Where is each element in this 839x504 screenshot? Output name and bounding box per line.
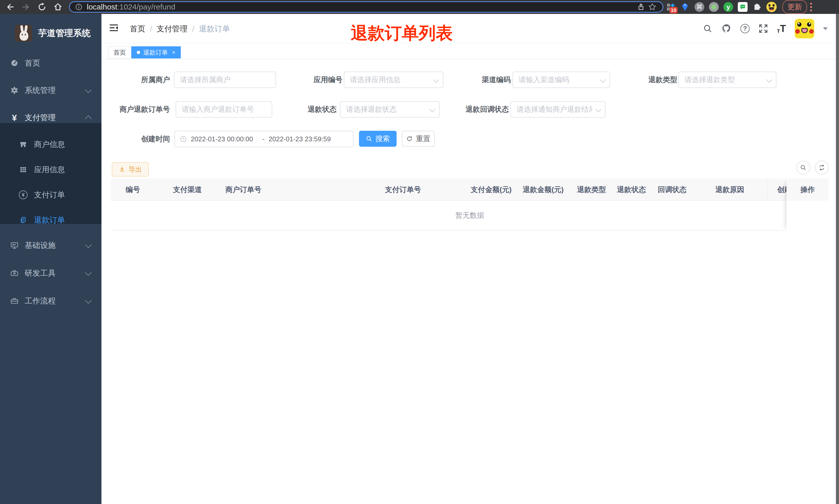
extension-y-icon[interactable]: y (721, 1, 735, 13)
breadcrumb-separator: / (192, 25, 194, 34)
search-button[interactable]: 搜索 (359, 131, 397, 147)
pay-submenu: 商户信息 应用信息 ¥ 支付订单 退款订单 (0, 123, 102, 224)
browser-forward-icon[interactable] (20, 1, 32, 13)
app-logo-rabbit (15, 25, 32, 42)
refresh-table-button[interactable] (815, 161, 829, 175)
tab-refund-order[interactable]: 退款订单 × (131, 46, 181, 58)
sidebar-item-infra[interactable]: 基础设施 (0, 237, 102, 254)
chevron-down-icon (766, 77, 772, 83)
fullscreen-icon[interactable] (758, 24, 768, 34)
browser-reload-icon[interactable] (36, 1, 48, 13)
tab-close-icon[interactable]: × (172, 50, 175, 55)
extension-command-icon[interactable]: ⌘ (692, 1, 707, 13)
merchant-select[interactable]: 请选择所属商户 (174, 72, 276, 88)
sidebar-item-workflow[interactable]: 工作流程 (0, 292, 102, 309)
sidebar-item-home[interactable]: 首页 (0, 55, 102, 72)
fixed-action-column: 操作 (786, 179, 829, 231)
top-navbar: 首页 / 支付管理 / 退款订单 退款订单列表 ? тT (102, 14, 839, 43)
dashboard-icon (9, 59, 20, 68)
avatar-caret-icon[interactable] (823, 27, 828, 30)
column-header-refund-amount: 退款金额(元) (523, 179, 564, 201)
bookmark-star-icon[interactable] (647, 2, 658, 12)
refresh-icon (406, 136, 413, 142)
app-logo-row[interactable]: 芋道管理系统 (0, 19, 102, 47)
extension-emoji-icon[interactable] (764, 1, 779, 13)
create-time-range-picker[interactable]: 2022-01-23 00:00:00 - 2022-01-23 23:59:5… (174, 131, 354, 147)
chevron-down-icon (85, 269, 91, 276)
merchant-refund-no-input[interactable]: 请输入商户退款订单号 (176, 101, 272, 118)
user-avatar[interactable] (795, 19, 814, 38)
url-path: :1024/pay/refund (117, 3, 175, 11)
toggle-search-button[interactable] (796, 161, 810, 175)
share-icon[interactable] (635, 2, 647, 12)
search-icon[interactable] (703, 24, 713, 34)
refund-status-select[interactable]: 请选择退款状态 (340, 101, 440, 118)
refresh-icon (818, 164, 825, 171)
app-placeholder: 请选择应用信息 (350, 75, 400, 85)
browser-update-button[interactable]: 更新 (782, 0, 807, 14)
sidebar-item-merchant-info[interactable]: 商户信息 (0, 136, 102, 153)
reset-button[interactable]: 重置 (402, 131, 435, 147)
yen-circle-icon: ¥ (18, 191, 28, 199)
app-select[interactable]: 请选择应用信息 (344, 72, 444, 88)
help-icon[interactable]: ? (740, 24, 750, 33)
toolbox-icon (9, 269, 20, 277)
page-annotation: 退款订单列表 (351, 22, 453, 45)
download-icon (119, 166, 125, 173)
navbar-tools: ? тT (703, 14, 828, 43)
extensions-puzzle-icon[interactable] (750, 1, 764, 13)
site-info-icon[interactable] (74, 3, 83, 11)
sidebar-item-devtools[interactable]: 研发工具 (0, 265, 102, 282)
app-title: 芋道管理系统 (38, 27, 91, 39)
url-bar[interactable]: localhost:1024/pay/refund (69, 1, 663, 13)
breadcrumb-pay[interactable]: 支付管理 (157, 24, 188, 34)
url-host: localhost (87, 3, 117, 11)
notify-status-placeholder: 请选择通知商户退款结果 (517, 105, 592, 114)
merchant-placeholder: 请选择所属商户 (180, 75, 231, 85)
filter-label-create-time: 创建时间 (103, 131, 170, 147)
sidebar-fold-icon[interactable] (109, 23, 119, 33)
export-button[interactable]: 导出 (112, 162, 149, 177)
column-header-pay-amount: 支付金额(元) (471, 179, 512, 201)
channel-select[interactable]: 请输入渠道编码 (513, 72, 610, 88)
browser-scrollbar[interactable] (836, 14, 839, 504)
sidebar-item-app-info[interactable]: 应用信息 (0, 161, 102, 178)
notify-status-select[interactable]: 请选择通知商户退款结果 (511, 101, 605, 118)
search-icon (366, 136, 372, 142)
sidebar-item-label: 研发工具 (25, 268, 56, 278)
font-size-icon[interactable]: тT (777, 23, 786, 34)
filter-label-app: 应用编号 (275, 72, 342, 88)
chevron-down-icon (85, 297, 91, 304)
extension-gem-icon[interactable] (678, 1, 692, 13)
filter-label-refund-status: 退款状态 (270, 101, 337, 118)
monitor-icon (9, 241, 20, 250)
refund-type-select[interactable]: 请选择退款类型 (678, 72, 776, 88)
chevron-down-icon (430, 107, 435, 112)
date-start-value: 2022-01-23 00:00:00 (191, 135, 258, 143)
extension-badge: 10 (670, 7, 678, 13)
empty-text: 暂无数据 (455, 211, 484, 220)
column-header-refund-status: 退款状态 (617, 179, 646, 201)
extension-chat-icon[interactable] (735, 1, 750, 13)
briefcase-icon (9, 296, 20, 305)
tags-view-bar: 首页 退款订单 × (102, 43, 839, 59)
grid-icon (18, 165, 28, 174)
merchant-refund-no-placeholder: 请输入商户退款订单号 (182, 105, 254, 114)
sidebar-item-refund-order[interactable]: 退款订单 (0, 212, 102, 229)
browser-menu-icon[interactable] (810, 3, 812, 11)
github-icon[interactable] (721, 23, 732, 34)
chevron-down-icon (85, 87, 91, 93)
sidebar-item-pay-order[interactable]: ¥ 支付订单 (0, 186, 102, 203)
browser-back-icon[interactable] (4, 1, 16, 13)
sidebar-item-system[interactable]: 系统管理 (0, 82, 102, 99)
active-dot-icon (137, 51, 140, 54)
extension-tab-manager-icon[interactable]: 10 (663, 1, 678, 13)
tab-home[interactable]: 首页 (108, 46, 131, 58)
breadcrumb-separator: / (150, 25, 152, 34)
sidebar-item-label: 支付订单 (34, 190, 65, 200)
browser-home-icon[interactable] (52, 1, 64, 13)
breadcrumb-home[interactable]: 首页 (130, 24, 145, 34)
refund-status-placeholder: 请选择退款状态 (346, 105, 397, 114)
sidebar-item-label: 退款订单 (34, 215, 65, 226)
extension-recorder-icon[interactable] (707, 1, 721, 13)
